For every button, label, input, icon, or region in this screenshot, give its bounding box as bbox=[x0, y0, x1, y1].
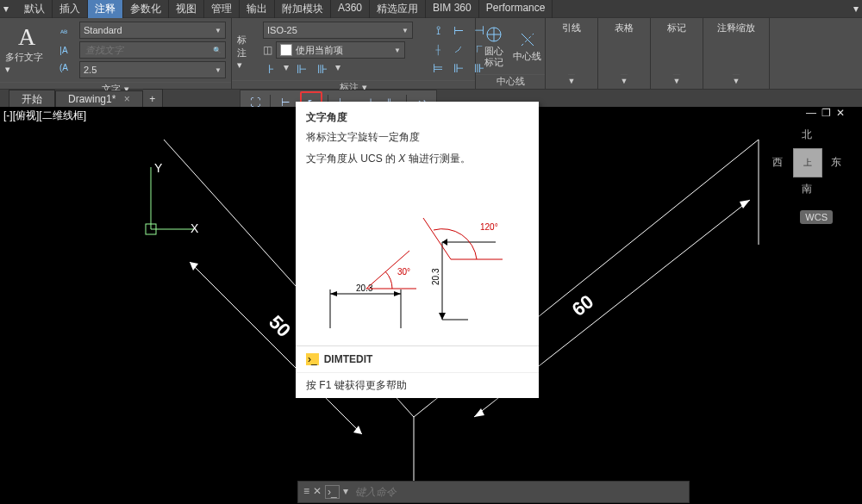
tab-view[interactable]: 视图 bbox=[169, 0, 204, 18]
baseline-dim-icon[interactable]: ⊪ bbox=[315, 61, 330, 77]
tab-insert[interactable]: 插入 bbox=[53, 0, 88, 18]
layers-icon[interactable]: ◫ bbox=[263, 44, 272, 56]
cmd-menu-icon[interactable]: ≡ bbox=[303, 485, 309, 499]
text-style-name: Standard bbox=[84, 25, 122, 35]
text-height-value: 2.5 bbox=[84, 65, 97, 75]
dim-inspect-icon[interactable]: ⊩ bbox=[451, 60, 466, 76]
continue-dim-icon[interactable]: ⊩ bbox=[294, 61, 309, 77]
dim-oblique-icon[interactable]: ⊨ bbox=[430, 60, 446, 76]
ribbon-tabs: 默认 插入 注释 参数化 视图 管理 输出 附加模块 A360 精选应用 BIM… bbox=[17, 0, 553, 18]
dim-style-combo[interactable]: ISO-25 ▼ bbox=[263, 22, 413, 39]
tooltip-dimtedit: 文字角度 将标注文字旋转一定角度 文字角度从 UCS 的 X 轴进行测量。 20… bbox=[296, 102, 539, 398]
dim-style-name: ISO-25 bbox=[267, 25, 297, 35]
text-scale-icon[interactable]: |A bbox=[57, 43, 71, 57]
dropdown-icon: ▼ bbox=[215, 66, 222, 74]
markup-panel-label: 标记 bbox=[667, 22, 686, 34]
expand-icon[interactable]: ▼ bbox=[673, 77, 681, 85]
expand-icon[interactable]: ▼ bbox=[621, 77, 628, 85]
search-icon: 🔍 bbox=[213, 47, 222, 54]
tab-bim360[interactable]: BIM 360 bbox=[426, 0, 479, 18]
annoscale-panel-label: 注释缩放 bbox=[717, 22, 755, 34]
svg-marker-33 bbox=[439, 313, 446, 320]
command-input[interactable] bbox=[353, 485, 684, 499]
svg-text:20.3: 20.3 bbox=[431, 268, 440, 285]
dim-layer-row: ◫ 使用当前项 ▼ bbox=[263, 41, 413, 59]
command-line[interactable]: ≡ ✕ ›_ ▾ bbox=[297, 481, 690, 503]
ribbon-panel-table: 表格 ▼ bbox=[598, 18, 651, 89]
help-icon[interactable]: ▾ bbox=[853, 3, 859, 15]
text-style-combo[interactable]: Standard ▼ bbox=[79, 22, 226, 39]
tooltip-line2: 文字角度从 UCS 的 X 轴进行测量。 bbox=[306, 152, 528, 166]
text-tool-icons: ᴬᴮ |A (A bbox=[57, 26, 71, 74]
dimension-label: 标注▾ bbox=[237, 34, 254, 71]
ribbon-panel-annoscale: 注释缩放 ▼ bbox=[703, 18, 770, 89]
letter-a-icon: A bbox=[18, 25, 35, 49]
leader-panel-label: 引线 bbox=[562, 22, 581, 34]
tab-parametric[interactable]: 参数化 bbox=[123, 0, 169, 18]
doc-tab-name: Drawing1* bbox=[68, 93, 116, 105]
menu-bar: ▾ 默认 插入 注释 参数化 视图 管理 输出 附加模块 A360 精选应用 B… bbox=[0, 0, 862, 17]
ribbon-panel-dimension: 标注▾ ISO-25 ▼ ◫ 使用当前项 ▼ ⊦▾ ⊩ bbox=[232, 18, 476, 89]
svg-text:120°: 120° bbox=[480, 222, 498, 232]
tooltip-diagram: 20.3 30° 20.3 120° bbox=[296, 182, 539, 345]
dim-space-icon[interactable]: ⟊ bbox=[430, 41, 446, 57]
cmd-close-icon[interactable]: ✕ bbox=[313, 485, 322, 499]
doc-tab-drawing1[interactable]: Drawing1* × bbox=[55, 90, 143, 108]
centerline-icon bbox=[518, 30, 537, 49]
text-style-controls: Standard ▼ 🔍 2.5 ▼ bbox=[79, 22, 226, 78]
centerline-button[interactable]: 中心线 bbox=[511, 30, 543, 61]
text-attrib-icon[interactable]: (A bbox=[57, 60, 71, 74]
tooltip-title: 文字角度 bbox=[306, 110, 528, 125]
dim-jog-icon[interactable]: ⟋ bbox=[451, 41, 466, 57]
tab-featured[interactable]: 精选应用 bbox=[370, 0, 426, 18]
ribbon-panel-leader: 引线 ▼ bbox=[546, 18, 598, 89]
tooltip-command: DIMTEDIT bbox=[324, 353, 373, 365]
dropdown-icon: ▼ bbox=[402, 27, 409, 34]
tab-default[interactable]: 默认 bbox=[17, 0, 53, 18]
svg-marker-32 bbox=[442, 239, 447, 246]
layer-color-swatch bbox=[280, 44, 292, 56]
ribbon: A 多行文字 ▾ ᴬᴮ |A (A Standard ▼ 🔍 2.5 bbox=[0, 17, 862, 90]
dim-style-controls: ISO-25 ▼ ◫ 使用当前项 ▼ ⊦▾ ⊩ ⊪▾ bbox=[263, 22, 413, 77]
dim-tools-row3: ⊦▾ ⊩ ⊪▾ bbox=[263, 61, 413, 77]
arrow-down-icon[interactable]: ▾ bbox=[3, 3, 9, 15]
dropdown-icon: ▼ bbox=[394, 47, 401, 54]
dim-break-icon[interactable]: ⊢ bbox=[451, 22, 466, 38]
dimension-button[interactable]: 标注▾ bbox=[237, 30, 254, 68]
svg-marker-25 bbox=[394, 291, 401, 296]
find-text-input[interactable]: 🔍 bbox=[79, 41, 226, 59]
dim-layer-combo[interactable]: 使用当前项 ▼ bbox=[276, 41, 405, 59]
tab-a360[interactable]: A360 bbox=[331, 0, 370, 18]
dim-override-icon[interactable]: ⟟ bbox=[430, 22, 446, 38]
tab-addins[interactable]: 附加模块 bbox=[275, 0, 331, 18]
multiline-text-button[interactable]: A 多行文字 ▾ bbox=[5, 25, 48, 75]
center-mark-icon bbox=[484, 25, 503, 44]
tab-manage[interactable]: 管理 bbox=[204, 0, 240, 18]
svg-line-37 bbox=[423, 218, 451, 259]
centerline-panel-title: 中心线 bbox=[476, 74, 545, 89]
text-height-combo[interactable]: 2.5 ▼ bbox=[79, 61, 226, 78]
svg-text:30°: 30° bbox=[397, 267, 410, 277]
svg-marker-24 bbox=[330, 291, 337, 296]
center-mark-button[interactable]: 圆心标记 bbox=[478, 25, 509, 66]
command-icon: ›_ bbox=[306, 353, 319, 365]
tab-output[interactable]: 输出 bbox=[240, 0, 275, 18]
dim-layer-label: 使用当前项 bbox=[296, 44, 343, 57]
close-icon[interactable]: × bbox=[124, 93, 130, 105]
linear-dim-icon[interactable]: ⊦ bbox=[263, 61, 278, 77]
cmd-icons: ≡ ✕ ›_ ▾ bbox=[303, 485, 348, 499]
cmd-prompt-icon: ›_ bbox=[325, 485, 340, 499]
ribbon-panel-markup: 标记 ▼ bbox=[651, 18, 703, 89]
tab-annotate[interactable]: 注释 bbox=[88, 0, 123, 18]
find-text-field[interactable] bbox=[84, 44, 222, 56]
tooltip-help-text: 按 F1 键获得更多帮助 bbox=[306, 379, 407, 391]
multiline-text-label: 多行文字 ▾ bbox=[5, 51, 48, 75]
abc-check-icon[interactable]: ᴬᴮ bbox=[57, 26, 71, 40]
expand-icon[interactable]: ▼ bbox=[733, 77, 740, 85]
tab-performance[interactable]: Performance bbox=[479, 0, 553, 18]
ribbon-panel-text: A 多行文字 ▾ ᴬᴮ |A (A Standard ▼ 🔍 2.5 bbox=[0, 18, 232, 89]
table-panel-label: 表格 bbox=[615, 22, 634, 34]
cmd-expand-icon[interactable]: ▾ bbox=[343, 485, 348, 499]
tooltip-line1: 将标注文字旋转一定角度 bbox=[306, 130, 528, 145]
expand-icon[interactable]: ▼ bbox=[568, 77, 576, 85]
